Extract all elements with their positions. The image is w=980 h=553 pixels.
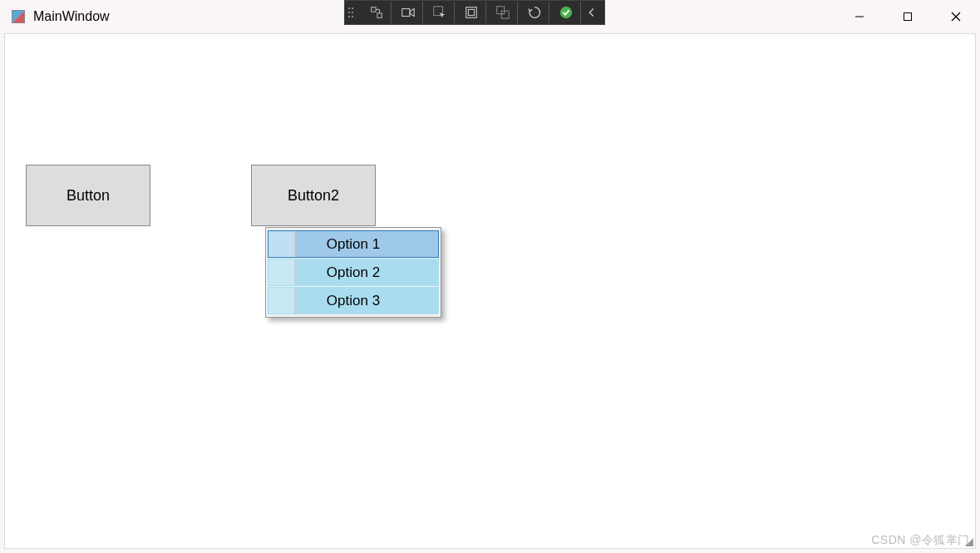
select-element-icon[interactable] xyxy=(425,2,455,23)
watermark: CSDN @令狐掌门 xyxy=(871,533,970,548)
toolbar-drag-handle[interactable] xyxy=(348,2,357,23)
menu-icon-column xyxy=(268,288,295,314)
window-controls xyxy=(835,0,980,33)
svg-point-12 xyxy=(559,7,571,18)
menu-item-label: Option 2 xyxy=(295,264,438,281)
client-area: Button Button2 Option 1 Option 2 Option … xyxy=(4,33,976,549)
check-ok-icon[interactable] xyxy=(551,2,581,23)
svg-rect-9 xyxy=(468,9,474,15)
track-focus-icon[interactable] xyxy=(488,2,518,23)
menu-icon-column xyxy=(268,231,295,257)
svg-rect-8 xyxy=(465,7,476,18)
menu-item-option-1[interactable]: Option 1 xyxy=(268,230,439,258)
menu-item-label: Option 1 xyxy=(295,236,438,253)
svg-rect-4 xyxy=(371,7,375,12)
debug-toolbar[interactable] xyxy=(344,0,605,25)
button-1[interactable]: Button xyxy=(26,165,150,226)
button-1-label: Button xyxy=(66,187,110,205)
svg-rect-5 xyxy=(377,13,381,17)
context-menu: Option 1 Option 2 Option 3 xyxy=(265,227,441,318)
svg-rect-1 xyxy=(904,13,912,21)
hot-reload-icon[interactable] xyxy=(520,2,549,23)
collapse-chevron-icon[interactable] xyxy=(583,2,601,23)
menu-item-option-2[interactable]: Option 2 xyxy=(268,259,439,286)
maximize-button[interactable] xyxy=(884,0,932,33)
window-title: MainWindow xyxy=(33,9,110,24)
menu-item-option-3[interactable]: Option 3 xyxy=(268,287,439,314)
app-icon xyxy=(12,10,25,23)
close-button[interactable] xyxy=(932,0,980,33)
button-2-label: Button2 xyxy=(288,187,339,205)
svg-rect-10 xyxy=(496,7,504,14)
menu-item-label: Option 3 xyxy=(295,293,438,309)
menu-icon-column xyxy=(268,259,295,285)
live-visual-tree-icon[interactable] xyxy=(362,2,392,23)
record-icon[interactable] xyxy=(393,2,423,23)
button-2[interactable]: Button2 xyxy=(251,165,376,226)
svg-rect-11 xyxy=(501,11,509,18)
svg-rect-6 xyxy=(401,9,409,17)
minimize-button[interactable] xyxy=(835,0,884,33)
layout-adorners-icon[interactable] xyxy=(456,2,486,23)
